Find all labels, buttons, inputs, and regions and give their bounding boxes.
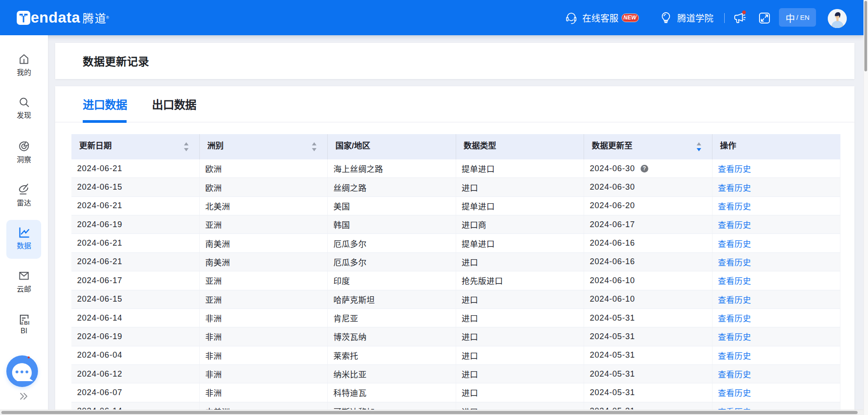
svg-text:BI: BI xyxy=(24,320,29,326)
